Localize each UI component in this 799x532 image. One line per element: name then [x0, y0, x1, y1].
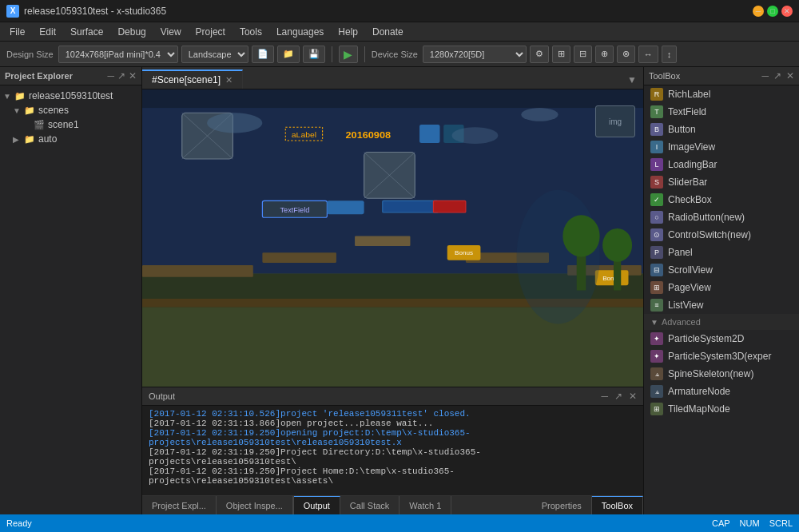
loadingbar-icon: L: [650, 158, 663, 171]
particle3d-icon: ✦: [650, 350, 663, 363]
toolbox-loadingbar[interactable]: L LoadingBar: [644, 156, 799, 173]
output-close-btn[interactable]: ✕: [629, 391, 637, 402]
output-pin-btn[interactable]: ─: [601, 391, 608, 402]
design-size-select[interactable]: 1024x768[iPad mini]*0.4: [58, 46, 178, 63]
bottom-tab-call-stack[interactable]: Call Stack: [340, 496, 400, 515]
menu-file[interactable]: File: [3, 25, 31, 39]
toolbox-pin-btn[interactable]: ─: [761, 70, 769, 81]
toolbox-tiledmap[interactable]: ⊞ TiledMapNode: [644, 400, 799, 418]
toolbox-header: ToolBox ─ ↗ ✕: [644, 67, 799, 85]
toolbox-armature-label: ArmatureNode: [668, 386, 730, 397]
toolbar-btn-3[interactable]: ⊟: [574, 46, 592, 63]
bottom-tab-watch1[interactable]: Watch 1: [400, 496, 451, 515]
toolbox-panel[interactable]: P Panel: [644, 244, 799, 261]
scene-tab-close[interactable]: ✕: [225, 75, 233, 85]
tree-scenes[interactable]: ▼ 📁 scenes: [0, 103, 141, 117]
menu-debug[interactable]: Debug: [111, 25, 152, 39]
advanced-section[interactable]: ▼ Advanced: [644, 314, 799, 330]
open-button[interactable]: 📁: [277, 46, 300, 63]
svg-rect-25: [327, 200, 364, 214]
bottom-tab-project-explorer[interactable]: Project Expl...: [142, 496, 217, 515]
game-canvas[interactable]: Bonus Bonus: [142, 89, 643, 387]
toolbox-radiobutton[interactable]: ○ RadioButton(new): [644, 208, 799, 226]
folder-icon-auto: 📁: [24, 134, 35, 145]
tree-auto[interactable]: ▶ 📁 auto: [0, 132, 141, 146]
armature-icon: ⟁: [650, 385, 663, 398]
toolbox-checkbox[interactable]: ✓ CheckBox: [644, 191, 799, 208]
folder-icon-scenes: 📁: [24, 105, 35, 116]
toolbox-particle3d[interactable]: ✦ ParticleSystem3D(exper: [644, 347, 799, 365]
menu-project[interactable]: Project: [189, 25, 232, 39]
toolbar-btn-1[interactable]: ⚙: [530, 46, 549, 63]
tab-dropdown-arrow[interactable]: ▼: [621, 71, 643, 89]
play-button[interactable]: ▶: [339, 46, 358, 63]
app-window: X release1059310test - x-studio365 ─ □ ✕…: [0, 0, 799, 532]
toolbox-controlswitch[interactable]: ⊙ ControlSwitch(new): [644, 226, 799, 244]
sliderbar-icon: S: [650, 176, 663, 189]
tree-arrow-root: ▼: [3, 92, 13, 101]
toolbox-close-btn[interactable]: ✕: [786, 70, 794, 81]
menu-donate[interactable]: Donate: [366, 25, 410, 39]
close-panel-button[interactable]: ✕: [129, 70, 137, 81]
output-scrollbar[interactable]: [634, 406, 643, 495]
toolbox-listview[interactable]: ≡ ListView: [644, 296, 799, 314]
toolbox-loadingbar-label: LoadingBar: [668, 159, 717, 170]
bottom-tab-object-inspector[interactable]: Object Inspe...: [217, 496, 293, 515]
center-area: #Scene[scene1] ✕ ▼: [142, 67, 643, 514]
close-button[interactable]: ✕: [781, 6, 793, 17]
toolbox-float-btn[interactable]: ↗: [773, 70, 781, 81]
toolbox-imageview[interactable]: I ImageView: [644, 138, 799, 156]
toolbox-spine[interactable]: ⟁ SpineSkeleton(new): [644, 365, 799, 383]
toolbox-sliderbar[interactable]: S SliderBar: [644, 173, 799, 191]
status-bar: Ready CAP NUM SCRL: [0, 514, 799, 532]
output-log[interactable]: [2017-01-12 02:31:10.526]project 'releas…: [142, 406, 634, 495]
scene-tab[interactable]: #Scene[scene1] ✕: [142, 69, 243, 89]
toolbox-textfield[interactable]: T TextField: [644, 103, 799, 121]
button-icon: B: [650, 123, 663, 136]
tree-root[interactable]: ▼ 📁 release1059310test: [0, 89, 141, 103]
menu-help[interactable]: Help: [332, 25, 364, 39]
num-indicator: NUM: [740, 518, 760, 528]
scene-editor[interactable]: Bonus Bonus: [142, 89, 643, 387]
output-title: Output: [149, 391, 175, 401]
toolbox-richlabel[interactable]: R RichLabel: [644, 85, 799, 103]
toolbar-btn-2[interactable]: ⊞: [552, 46, 570, 63]
toolbox-pageview[interactable]: ⊞ PageView: [644, 279, 799, 296]
device-size-select[interactable]: 1280x720[5D]: [423, 46, 527, 63]
toolbox-button[interactable]: B Button: [644, 121, 799, 138]
bottom-tab-output[interactable]: Output: [294, 496, 340, 515]
new-button[interactable]: 📄: [252, 46, 274, 63]
menu-view[interactable]: View: [154, 25, 188, 39]
toolbox-armature[interactable]: ⟁ ArmatureNode: [644, 383, 799, 400]
toolbar-btn-7[interactable]: ↕: [662, 46, 678, 63]
maximize-button[interactable]: □: [767, 6, 778, 17]
bottom-tab-properties[interactable]: Properties: [532, 496, 592, 515]
output-header-buttons: ─ ↗ ✕: [601, 391, 637, 402]
tree-auto-label: auto: [38, 133, 57, 145]
menu-languages[interactable]: Languages: [270, 25, 330, 39]
app-icon: X: [6, 5, 19, 18]
menu-edit[interactable]: Edit: [33, 25, 62, 39]
menu-tools[interactable]: Tools: [233, 25, 268, 39]
menu-surface[interactable]: Surface: [64, 25, 109, 39]
toolbox-particle2d[interactable]: ✦ ParticleSystem2D: [644, 330, 799, 347]
scrollview-icon: ⊟: [650, 264, 663, 276]
svg-point-37: [452, 127, 499, 144]
output-float-btn[interactable]: ↗: [614, 391, 622, 402]
minimize-button[interactable]: ─: [753, 6, 764, 17]
toolbox-scrollview[interactable]: ⊟ ScrollView: [644, 261, 799, 279]
toolbar-btn-6[interactable]: ↔: [638, 46, 658, 63]
toolbox-imageview-label: ImageView: [668, 141, 715, 153]
save-button[interactable]: 💾: [303, 46, 325, 63]
pin-button[interactable]: ─: [107, 70, 114, 81]
toolbar-btn-4[interactable]: ⊕: [595, 46, 614, 63]
bottom-tab-toolbox[interactable]: ToolBox: [592, 496, 643, 515]
imageview-icon: I: [650, 141, 663, 153]
orientation-select[interactable]: Landscape: [181, 46, 248, 63]
status-indicators: CAP NUM SCRL: [712, 518, 793, 528]
svg-point-36: [207, 113, 262, 133]
tree-scene1[interactable]: 🎬 scene1: [0, 117, 141, 132]
log-line-2: [2017-01-12 02:31:19.250]opening project…: [149, 428, 627, 447]
toolbar-btn-5[interactable]: ⊗: [617, 46, 635, 63]
float-button[interactable]: ↗: [117, 70, 125, 81]
